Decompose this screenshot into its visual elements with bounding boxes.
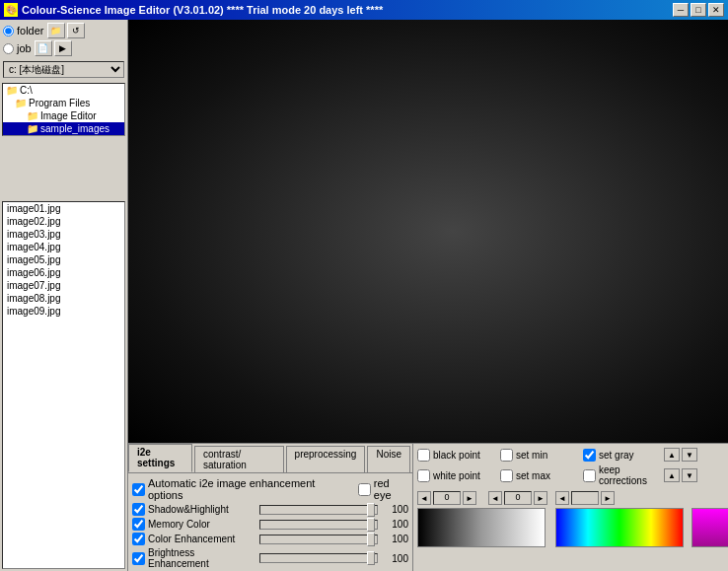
up-btn2[interactable]: ▲ (664, 468, 680, 482)
up-btn1[interactable]: ▲ (664, 448, 680, 462)
list-item[interactable]: image09.jpg (3, 305, 124, 318)
value-display3 (571, 491, 599, 505)
tab-content: Automatic i2e image enhancement options … (128, 473, 412, 571)
black-point-row: black point set min set gray ▲ ▼ (417, 448, 728, 462)
title-bar: 🎨 Colour-Science Image Editor (V3.01.02)… (0, 0, 728, 20)
color-track[interactable] (259, 535, 378, 544)
list-item[interactable]: image08.jpg (3, 292, 124, 305)
slider-brightness: Brightness Enhancement 100 (132, 547, 408, 569)
auto-enhance-checkbox[interactable] (132, 483, 145, 496)
memory-label: Memory Color (148, 519, 256, 530)
slider-shadow: Shadow&Highlight 100 (132, 503, 408, 516)
brightness-label: Brightness Enhancement (148, 547, 256, 569)
tree-item-c[interactable]: 📁C:\ (3, 84, 124, 97)
shadow-track[interactable] (259, 505, 378, 515)
list-item[interactable]: image05.jpg (3, 253, 124, 266)
right-arrow1[interactable]: ► (463, 491, 476, 505)
tree-item-sampleimages[interactable]: 📁sample_images (3, 122, 124, 135)
slider-color: Color Enhancement 100 (132, 533, 408, 545)
drive-select[interactable]: c: [本地磁盘] (3, 61, 124, 78)
value-display1: 0 (433, 491, 461, 505)
list-item[interactable]: image06.jpg (3, 266, 124, 279)
center-panel: i2e settings contrast/ saturation prepro… (128, 20, 728, 571)
list-item[interactable]: image01.jpg (3, 202, 124, 215)
set-max-checkbox[interactable] (500, 469, 513, 482)
tab-i2e-settings[interactable]: i2e settings (128, 444, 192, 472)
dn-btn1[interactable]: ▼ (682, 448, 697, 462)
color-label: Color Enhancement (148, 534, 256, 544)
gradient-color (555, 508, 684, 547)
black-point-label: black point (433, 450, 480, 461)
job-radio[interactable] (3, 43, 14, 54)
shadow-label: Shadow&Highlight (148, 504, 256, 515)
set-min-label: set min (516, 450, 547, 461)
right-arrow3[interactable]: ► (601, 491, 615, 505)
tabs-row: i2e settings contrast/ saturation prepro… (128, 444, 412, 473)
set-min-checkbox[interactable] (500, 449, 513, 462)
folder-radio[interactable] (3, 26, 14, 36)
close-button[interactable]: ✕ (708, 3, 724, 17)
auto-enhance-label: Automatic i2e image enhancement options (148, 477, 347, 501)
window-title: Colour-Science Image Editor (V3.01.02) *… (22, 4, 383, 16)
keep-corrections-label: keep corrections (599, 464, 652, 486)
right-arrow2[interactable]: ► (534, 491, 547, 505)
set-gray-checkbox[interactable] (583, 449, 596, 462)
gradient-purple (692, 508, 728, 547)
brightness-track[interactable] (259, 553, 378, 563)
gradient-bw (417, 508, 546, 547)
color-checkbox[interactable] (132, 533, 145, 545)
folder-btn2[interactable]: ↺ (67, 23, 85, 38)
red-eye-label: red eye (374, 477, 408, 501)
keep-corrections-checkbox[interactable] (583, 469, 596, 482)
memory-checkbox[interactable] (132, 518, 145, 531)
tab-noise[interactable]: Noise (367, 446, 410, 472)
tab-preprocessing[interactable]: preprocessing (286, 446, 366, 472)
file-tree: 📁C:\ 📁Program Files 📁Image Editor 📁sampl… (2, 83, 125, 136)
list-item[interactable]: image07.jpg (3, 279, 124, 292)
set-gray-label: set gray (599, 450, 634, 461)
tab-contrast-saturation[interactable]: contrast/ saturation (194, 446, 284, 472)
white-point-checkbox[interactable] (417, 469, 430, 482)
slider-memory: Memory Color 100 (132, 518, 408, 531)
black-point-checkbox[interactable] (417, 449, 430, 462)
minimize-button[interactable]: ─ (673, 3, 689, 17)
red-eye-checkbox[interactable] (358, 483, 371, 496)
auto-option-row: Automatic i2e image enhancement options … (132, 477, 408, 501)
image-preview (128, 20, 728, 443)
tree-item-programfiles[interactable]: 📁Program Files (3, 97, 124, 109)
bottom-tools: i2e settings contrast/ saturation prepro… (128, 443, 728, 571)
maximize-button[interactable]: □ (691, 3, 706, 17)
set-max-label: set max (516, 470, 550, 481)
list-item[interactable]: image02.jpg (3, 215, 124, 228)
job-label: job (17, 42, 32, 54)
shadow-value: 100 (381, 504, 408, 515)
folder-label: folder (17, 25, 44, 36)
dn-btn2[interactable]: ▼ (682, 468, 697, 482)
white-point-row: white point set max keep corrections ▲ ▼ (417, 464, 728, 486)
shadow-checkbox[interactable] (132, 503, 145, 516)
list-item[interactable]: image04.jpg (3, 241, 124, 253)
app-icon: 🎨 (4, 3, 18, 17)
file-list: image01.jpg image02.jpg image03.jpg imag… (2, 201, 125, 569)
brightness-value: 100 (381, 553, 408, 564)
job-btn2[interactable]: ▶ (54, 40, 72, 56)
brightness-checkbox[interactable] (132, 552, 145, 565)
left-arrow3[interactable]: ◄ (555, 491, 569, 505)
memory-value: 100 (381, 519, 408, 530)
color-value: 100 (381, 534, 408, 544)
white-point-label: white point (433, 470, 480, 481)
job-btn1[interactable]: 📄 (35, 40, 52, 56)
tree-item-imageeditor[interactable]: 📁Image Editor (3, 109, 124, 122)
left-panel: folder 📁 ↺ job 📄 ▶ c: [本地磁盘] (0, 20, 128, 571)
left-arrow1[interactable]: ◄ (417, 491, 431, 505)
list-item[interactable]: image03.jpg (3, 228, 124, 241)
left-arrow2[interactable]: ◄ (488, 491, 502, 505)
folder-btn1[interactable]: 📁 (47, 23, 65, 38)
value-display2: 0 (504, 491, 532, 505)
memory-track[interactable] (259, 520, 378, 530)
